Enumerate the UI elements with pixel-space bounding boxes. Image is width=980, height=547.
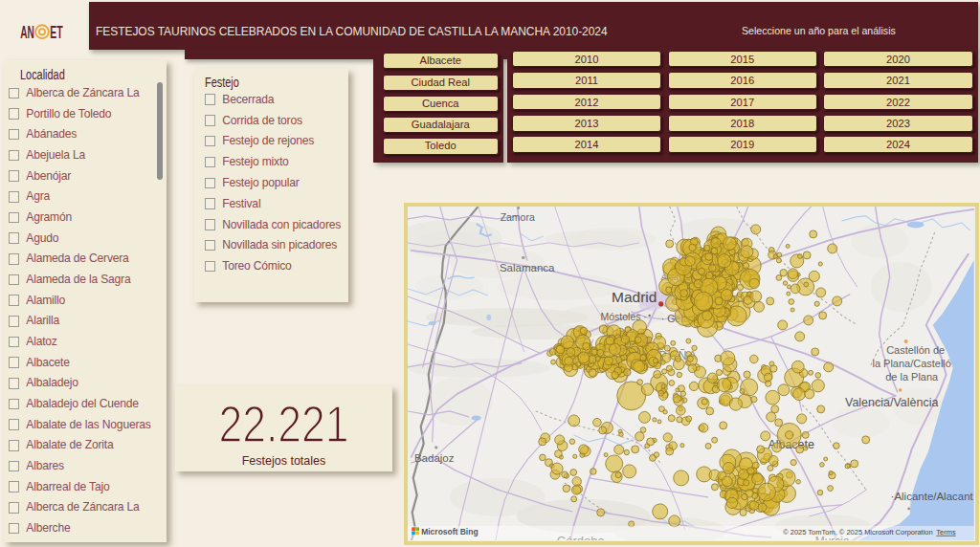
svg-text:ET: ET <box>50 22 63 42</box>
svg-text:Salamanca: Salamanca <box>500 261 555 273</box>
svg-text:·Alicante/Alacant: ·Alicante/Alacant <box>890 490 973 501</box>
svg-text:Microsoft Bing: Microsoft Bing <box>421 526 478 536</box>
svg-text:Castellón de: Castellón de <box>886 343 945 355</box>
svg-text:AN: AN <box>20 22 34 42</box>
svg-text:de la Plana: de la Plana <box>885 370 939 382</box>
svg-text:Madrid: Madrid <box>612 288 657 304</box>
svg-text:Terms: Terms <box>936 527 956 536</box>
svg-text:Badajoz: Badajoz <box>414 451 455 463</box>
svg-text:la Plana/Castelló: la Plana/Castelló <box>872 357 950 368</box>
svg-text:Zamora: Zamora <box>500 211 534 222</box>
svg-text:© 2025 TomTom, © 2025 Microsof: © 2025 TomTom, © 2025 Microsoft Corporat… <box>783 527 933 536</box>
svg-text:Valencia/València: Valencia/València <box>845 395 938 408</box>
